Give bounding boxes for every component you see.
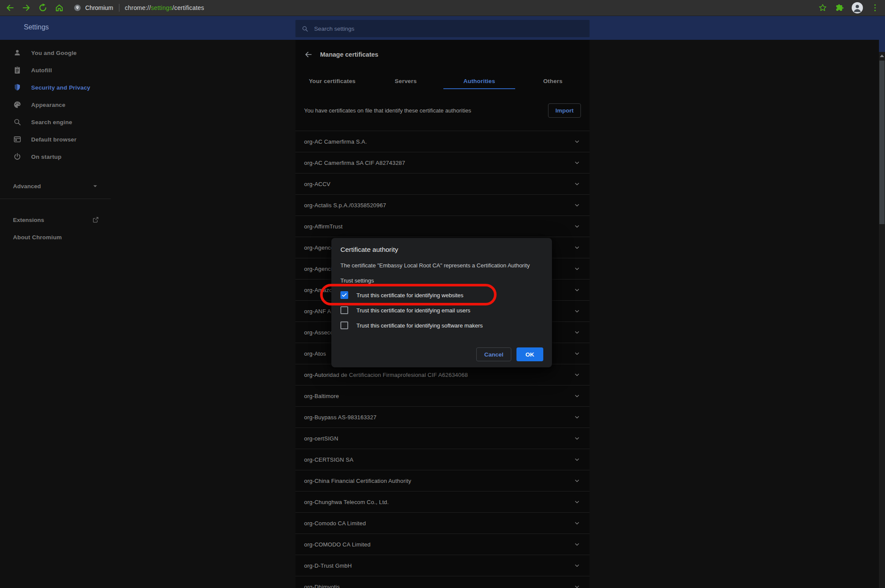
settings-title: Settings [24,23,49,31]
scrollbar-up-arrow[interactable] [880,55,884,57]
tab-label: Servers [395,78,417,84]
chevron-down-icon[interactable] [573,413,581,421]
certificate-row[interactable]: org-COMODO CA Limited [295,533,590,555]
menu-kebab-icon[interactable] [870,3,880,13]
certificate-row[interactable]: org-Dhimyotis [295,576,590,588]
certificate-name: org-Buypass AS-983163327 [304,414,376,421]
ok-button[interactable]: OK [516,347,543,361]
certificate-row[interactable]: org-CERTSIGN SA [295,449,590,470]
certificate-row[interactable]: org-China Financial Certification Author… [295,470,590,491]
certificate-row[interactable]: org-Baltimore [295,385,590,406]
chevron-down-icon[interactable] [573,244,581,251]
site-info-icon[interactable] [74,4,81,12]
certificate-name: org-Baltimore [304,393,339,399]
url-text[interactable]: chrome://settings/certificates [125,4,204,11]
chevron-down-icon[interactable] [573,350,581,357]
certificate-row[interactable]: org-AC Camerfirma S.A. [295,131,590,152]
trust-checkbox-row[interactable]: Trust this certificate for identifying e… [340,304,470,316]
sidebar-item-you-and-google[interactable]: You and Google [0,44,111,61]
import-button[interactable]: Import [548,103,581,118]
power-icon [13,152,22,161]
chevron-down-icon[interactable] [573,519,581,527]
checkbox-icon[interactable] [340,306,348,314]
sidebar-item-default-browser[interactable]: Default browser [0,131,111,148]
scrollbar-thumb[interactable] [879,61,885,224]
chevron-down-icon[interactable] [573,562,581,569]
sidebar-item-security-and-privacy[interactable]: Security and Privacy [0,79,111,96]
toolbar-separator [119,4,119,12]
search-engine-icon [13,118,22,126]
chevron-down-icon[interactable] [573,371,581,379]
shield-icon [13,83,22,92]
chevron-down-icon[interactable] [573,498,581,506]
forward-icon[interactable] [22,3,31,13]
home-icon[interactable] [55,3,64,13]
chevron-down-icon[interactable] [573,265,581,273]
certificate-name: org-Atos [304,350,326,357]
bookmark-star-icon[interactable] [818,3,827,13]
chevron-down-icon[interactable] [573,392,581,400]
extensions-puzzle-icon[interactable] [835,3,844,13]
trust-settings-label: Trust settings [340,277,374,284]
browser-page-title: Chromium [85,4,113,11]
checkbox-icon[interactable] [340,291,348,299]
sidebar-item-autofill[interactable]: Autofill [0,61,111,79]
certificate-name: org-CERTSIGN SA [304,456,353,463]
page-scrollbar[interactable] [879,40,885,588]
tab[interactable]: Authorities [442,73,516,89]
search-settings-input[interactable] [314,26,584,32]
certificate-row[interactable]: org-AffirmTrust [295,215,590,237]
settings-sidebar: You and Google Autofill Security and Pri… [0,40,111,246]
chevron-down-icon[interactable] [573,201,581,209]
scrollbar-cap [879,40,885,52]
certificate-name: org-AC Camerfirma S.A. [304,138,367,145]
tab-label: Your certificates [309,78,356,84]
browser-toolbar: Chromium chrome://settings/certificates [0,0,885,16]
tab[interactable]: Your certificates [295,73,369,89]
back-icon[interactable] [5,3,15,13]
sidebar-item-about-chromium[interactable]: About Chromium [0,228,111,246]
certificate-name: org-Asseco [304,329,333,336]
chevron-down-icon[interactable] [573,180,581,188]
checkbox-icon[interactable] [340,321,348,329]
certificate-name: org-D-Trust GmbH [304,562,352,569]
dialog-title: Certificate authority [340,246,398,254]
chevron-down-icon[interactable] [573,540,581,548]
checkbox-label: Trust this certificate for identifying e… [356,307,470,314]
certificate-row[interactable]: org-certSIGN [295,427,590,449]
certificate-row[interactable]: org-Buypass AS-983163327 [295,406,590,427]
sidebar-item-on-startup[interactable]: On startup [0,148,111,165]
chevron-down-icon[interactable] [573,222,581,230]
chevron-down-icon[interactable] [573,456,581,463]
certificate-name: org-ANF Au [304,308,334,315]
sidebar-item-search-engine[interactable]: Search engine [0,113,111,131]
tab[interactable]: Others [516,73,590,89]
certificate-row[interactable]: org-Actalis S.p.A./03358520967 [295,194,590,215]
chevron-down-icon[interactable] [573,286,581,294]
cancel-button[interactable]: Cancel [476,347,511,361]
chevron-down-icon[interactable] [573,434,581,442]
search-settings-box[interactable] [295,20,590,37]
chevron-down-icon[interactable] [573,477,581,485]
chevron-down-icon[interactable] [573,138,581,145]
certificate-row[interactable]: org-Comodo CA Limited [295,512,590,533]
back-arrow-icon[interactable] [304,50,313,59]
trust-checkbox-row[interactable]: Trust this certificate for identifying s… [340,319,483,331]
chevron-down-icon[interactable] [573,307,581,315]
sidebar-advanced-toggle[interactable]: Advanced [0,177,111,195]
tab-label: Others [543,78,563,84]
profile-avatar[interactable] [852,2,863,13]
reload-icon[interactable] [38,3,48,13]
certificate-row[interactable]: org-AC Camerfirma SA CIF A82743287 [295,152,590,173]
trust-checkbox-row[interactable]: Trust this certificate for identifying w… [340,289,463,301]
chevron-down-icon[interactable] [573,159,581,167]
tab[interactable]: Servers [369,73,442,89]
certificate-row[interactable]: org-ACCV [295,173,590,194]
sidebar-item-appearance[interactable]: Appearance [0,96,111,113]
chevron-down-icon[interactable] [573,583,581,588]
chevron-down-icon[interactable] [573,328,581,336]
sidebar-item-extensions[interactable]: Extensions [0,211,111,228]
sidebar-divider [0,199,111,199]
certificate-row[interactable]: org-Chunghwa Telecom Co., Ltd. [295,491,590,512]
certificate-row[interactable]: org-D-Trust GmbH [295,555,590,576]
